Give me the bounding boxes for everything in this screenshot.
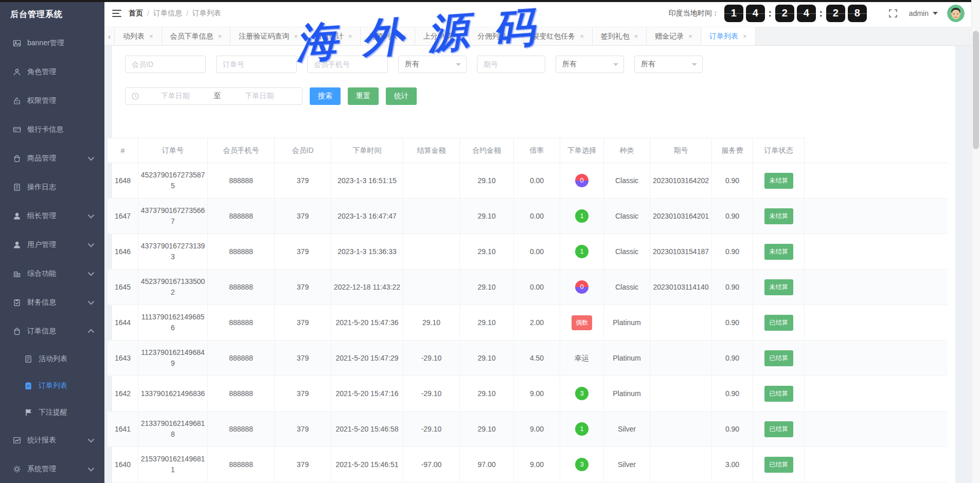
tab-4[interactable]: 充值列表× [361, 27, 415, 45]
sidebar-item-3[interactable]: 银行卡信息 [0, 115, 104, 144]
sidebar-item-9[interactable]: 财务信息 [0, 288, 104, 317]
cell-status: 未结算 [753, 163, 805, 199]
tab-10[interactable]: 订单列表× [701, 27, 756, 45]
cell-time: 2021-5-20 15:47:36 [331, 305, 403, 341]
cell-choice: 1 [560, 199, 604, 234]
cell-fee: 0.90 [712, 163, 753, 199]
cell-period: 20230103114140 [650, 270, 712, 305]
tab-close-icon[interactable]: × [688, 32, 692, 40]
filter-input-4 [477, 56, 545, 73]
choice-circle-badge: 1 [575, 209, 589, 223]
tab-close-icon[interactable]: × [348, 32, 352, 40]
sidebar-item-0[interactable]: banner管理 [0, 29, 104, 58]
cell-fee: 0.90 [712, 199, 753, 234]
filter-input-0 [125, 56, 206, 73]
table-row: 1643112379016214968498888883792021-5-20 … [108, 341, 948, 376]
filter-input-field-1[interactable] [217, 56, 296, 73]
tab-7[interactable]: 裂变红包任务× [524, 27, 593, 45]
breadcrumb-separator: / [147, 9, 149, 17]
username[interactable]: admin [909, 9, 929, 17]
tab-0[interactable]: 动列表× [115, 27, 162, 45]
sidebar-item-5[interactable]: 操作日志 [0, 173, 104, 202]
filter-select-6[interactable]: 所有 [634, 56, 703, 73]
search-button[interactable]: 搜索 [310, 87, 341, 105]
tabs-scroll-left-icon[interactable]: ‹ [104, 27, 115, 45]
cell-order: 45237901672735875 [138, 163, 208, 199]
filter-select-3[interactable]: 所有 [398, 56, 467, 73]
filter-input-field-2[interactable] [308, 56, 387, 73]
tab-close-icon[interactable]: × [634, 32, 638, 40]
sidebar-item-2[interactable]: 权限管理 [0, 86, 104, 115]
sidebar-item-12[interactable]: 系统管理 [0, 455, 104, 483]
avatar[interactable] [947, 5, 965, 22]
scrollbar-thumb[interactable] [973, 31, 979, 149]
page-scrollbar[interactable] [971, 0, 980, 483]
cell-period [650, 305, 712, 341]
cell-contract: 29.10 [460, 270, 514, 305]
cell-status: 已结算 [753, 376, 805, 412]
cell-rate: 9.00 [514, 447, 560, 482]
sidebar-subitem-10-0[interactable]: 活动列表 [0, 346, 104, 372]
tab-close-icon[interactable]: × [511, 32, 515, 40]
user-dropdown-caret-icon[interactable] [933, 12, 938, 15]
sidebar-subitem-10-1[interactable]: 订单列表 [0, 372, 104, 399]
cell-settle: -29.10 [403, 412, 460, 447]
breadcrumb-item-2[interactable]: 订单列表 [192, 9, 221, 18]
tab-3[interactable]: 通道统计× [307, 27, 361, 45]
filter-input-field-0[interactable] [126, 56, 205, 73]
date-separator: 至 [212, 92, 223, 101]
menu-toggle-icon[interactable] [112, 10, 121, 17]
tab-close-icon[interactable]: × [218, 32, 222, 40]
tab-6[interactable]: 分佣列表× [470, 27, 524, 45]
image-icon [13, 39, 21, 47]
cell-filler [805, 447, 948, 482]
fullscreen-icon[interactable] [888, 9, 898, 18]
breadcrumb-item-0[interactable]: 首页 [129, 9, 143, 18]
cell-kind: Platinum [604, 376, 650, 412]
cell-time: 2023-1-3 16:47:47 [331, 199, 403, 234]
cell-status: 已结算 [753, 447, 805, 482]
cell-rate: 0.00 [514, 163, 560, 199]
tab-9[interactable]: 赠金记录× [647, 27, 701, 45]
tab-2[interactable]: 注册验证码查询× [230, 27, 307, 45]
reset-button[interactable]: 重置 [348, 87, 379, 105]
stats-button[interactable]: 统计 [386, 87, 417, 105]
cell-time: 2021-5-20 15:46:58 [331, 412, 403, 447]
sidebar-item-6[interactable]: 组长管理 [0, 202, 104, 230]
tab-8[interactable]: 签到礼包× [593, 27, 647, 45]
sidebar-subitem-10-2[interactable]: 下注提醒 [0, 399, 104, 426]
tab-1[interactable]: 会员下单信息× [162, 27, 231, 45]
order-date-range-input[interactable]: 下单日期 至 下单日期 [125, 87, 302, 105]
tab-close-icon[interactable]: × [580, 32, 584, 40]
user-filled-icon [13, 212, 21, 220]
tab-close-icon[interactable]: × [294, 32, 298, 40]
chevron-down-icon [87, 436, 95, 444]
cell-settle [403, 234, 460, 270]
cell-member: 379 [275, 234, 331, 270]
tab-close-icon[interactable]: × [149, 32, 153, 40]
tab-close-icon[interactable]: × [457, 32, 461, 40]
sidebar-item-7[interactable]: 用户管理 [0, 230, 104, 259]
cell-order: 21537901621496811 [138, 447, 208, 482]
breadcrumb-item-1[interactable]: 订单信息 [153, 9, 182, 18]
tab-5[interactable]: 上分申请× [415, 27, 470, 45]
status-badge: 已结算 [764, 386, 793, 402]
sidebar-item-label: 财务信息 [27, 298, 87, 307]
sidebar-item-8[interactable]: 综合功能 [0, 259, 104, 288]
sidebar-item-1[interactable]: 角色管理 [0, 58, 104, 86]
cell-rate: 0.00 [514, 199, 560, 234]
date-start-placeholder: 下单日期 [139, 92, 212, 101]
filter-select-5[interactable]: 所有 [556, 56, 624, 73]
sidebar-item-label: 商品管理 [27, 154, 87, 163]
filter-input-field-4[interactable] [477, 56, 545, 73]
sidebar-item-4[interactable]: 商品管理 [0, 144, 104, 173]
tab-label: 注册验证码查询 [239, 32, 289, 41]
cell-fee: 0.90 [712, 412, 753, 447]
clock-digit-5: 8 [848, 5, 867, 22]
tab-close-icon[interactable]: × [743, 32, 747, 40]
status-badge: 已结算 [764, 457, 793, 473]
sidebar-item-11[interactable]: 统计报表 [0, 426, 104, 455]
sidebar-item-10[interactable]: 订单信息 [0, 317, 104, 346]
select-value: 所有 [405, 60, 419, 69]
tab-close-icon[interactable]: × [402, 32, 406, 40]
